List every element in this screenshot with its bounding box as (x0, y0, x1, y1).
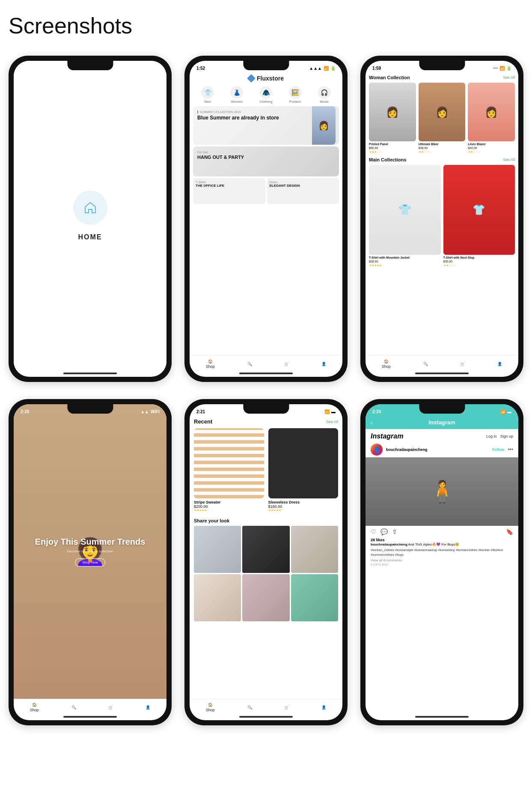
summer-sub: Discover new Latest collection (67, 549, 113, 553)
wifi-icon: 📶 (324, 66, 329, 71)
next-stop-price: $35.00 (443, 260, 515, 263)
insta-follow-btn[interactable]: Follow (492, 447, 505, 452)
nav-cart-2[interactable]: 🛒 (284, 362, 289, 366)
share-img-5[interactable] (242, 574, 289, 621)
share-img-2[interactable] (242, 526, 289, 573)
caption-username[interactable]: bouchradaupaincheng (371, 543, 407, 546)
linen-blazer-stars: ★★☆☆☆ (468, 150, 515, 154)
banner-summer[interactable]: SUMMER COLLECTION 2019 Blue Summer are a… (193, 106, 339, 145)
banner-mini-row: T-Shirts THE OFFICE LIFE Dress ELEGANT D… (193, 178, 339, 204)
stripe-sweater-img (194, 428, 264, 498)
share-img-4[interactable] (194, 574, 241, 621)
battery-icon: 🔋 (330, 66, 336, 71)
insta-tags: #korean_clothes #koreanstyle #koreanmake… (366, 548, 518, 558)
cat-music-label: Music (320, 100, 329, 104)
woman-see-all[interactable]: See All (503, 75, 515, 80)
wifi-icon-5: 📶 (324, 409, 330, 414)
signal-icon-3: ···· (493, 66, 498, 71)
cat-clothing-icon: 🧥 (259, 86, 272, 99)
shop-label-3: Shop (382, 364, 391, 369)
cat-posters[interactable]: 🖼️ Posters (289, 86, 302, 104)
nav-search-4[interactable]: 🔍 (71, 705, 76, 710)
ultimate-biker-name: Ultimate Biker (419, 143, 466, 146)
status-icons-3: ···· 📶 🔋 (493, 66, 511, 71)
next-stop-name: T-Shirt with Next Stop (443, 256, 515, 259)
cat-clothing[interactable]: 🧥 Clothing (259, 86, 272, 104)
printed-panel-stars: ★★★☆☆ (369, 150, 416, 154)
wifi-icon-4: WiFi (151, 409, 160, 414)
ultimate-biker-stars: ★★☆☆☆ (419, 150, 466, 154)
mountain-jacket-stars: ★★★★★ (369, 264, 441, 267)
nav-shop-2[interactable]: 🏠 Shop (206, 359, 215, 369)
cat-music[interactable]: 🎧 Music (318, 86, 331, 104)
nav-search-2[interactable]: 🔍 (247, 362, 252, 366)
cart-icon-5: 🛒 (284, 705, 289, 710)
recent-stripe-sweater[interactable]: Stripe Sweater $200.00 ★★★★★ (194, 428, 264, 512)
printed-panel-price: $60.00 (369, 146, 416, 149)
phone-summer-trends: 2:20 ▲▲ WiFi 👩‍🦱 Enjoy This Summer Trend… (9, 399, 172, 725)
bottom-nav-2: 🏠 Shop 🔍 🛒 👤 (190, 355, 342, 370)
insta-login-btn[interactable]: Log in (486, 434, 497, 438)
insta-signup-btn[interactable]: Sign up (500, 434, 513, 438)
mini-banner-tshirts[interactable]: T-Shirts THE OFFICE LIFE (193, 178, 265, 204)
product-linen-blazer[interactable]: 👩 Linen Blazer $40.00 ★★☆☆☆ (468, 83, 515, 154)
stripe-sweater-stars: ★★★★★ (194, 509, 264, 512)
product-next-stop[interactable]: 👕 T-Shirt with Next Stop $35.00 ★★☆☆☆ (443, 165, 515, 267)
home-label: HOME (78, 233, 102, 241)
nav-shop-4[interactable]: 🏠 Shop (30, 703, 39, 712)
banner-hangout[interactable]: For Gen HANG OUT & PARTY (193, 146, 339, 176)
share-img-6[interactable] (291, 574, 338, 621)
insta-username[interactable]: bouchradaupaincheng (386, 447, 489, 452)
mini-banner-dress[interactable]: Dress ELEGANT DESIGN (267, 178, 339, 204)
insta-title: Instagram (371, 432, 403, 440)
product-mountain-jacket[interactable]: 👕 T-Shirt with Mountain Jacket $28.00 ★★… (369, 165, 441, 267)
flux-categories: 👕 Men 👗 Women 🧥 Clothing 🖼️ Posters 🎧 (190, 83, 342, 106)
comment-icon[interactable]: 💬 (380, 528, 388, 535)
summer-title: Enjoy This Summer Trends (35, 537, 146, 547)
share-img-1[interactable] (194, 526, 241, 573)
heart-icon[interactable]: ♡ (371, 528, 376, 535)
caption-text: And ThiS styles🔥💜 For Boys😊 (408, 543, 460, 546)
cat-men[interactable]: 👕 Men (201, 86, 214, 104)
recent-sleeveless-dress[interactable]: Sleeveless Dress $160.00 ★★★★★ (268, 428, 339, 512)
nav-shop-5[interactable]: 🏠 Shop (206, 703, 215, 712)
nav-shop-3[interactable]: 🏠 Shop (382, 359, 391, 369)
share-icon[interactable]: ⇧ (392, 528, 397, 535)
home-bar-4 (63, 716, 117, 718)
recent-see-all[interactable]: See All (326, 420, 338, 424)
shop-icon-5: 🏠 (208, 703, 213, 707)
insta-view-comments[interactable]: View all 8 comments (366, 558, 518, 563)
insta-dots[interactable]: ••• (508, 447, 513, 453)
signal-icon: ▲▲▲ (309, 66, 322, 71)
summer-shop-btn[interactable]: Shop Now (75, 558, 105, 566)
back-icon[interactable]: ‹ (371, 419, 373, 426)
wifi-icon-6: 📶 (500, 409, 505, 414)
phone-fluxstore: 1:52 ▲▲▲ 📶 🔋 Fluxstore 👕 Men 👗 Women (184, 56, 348, 382)
woman-section-header: Woman Collection See All (369, 75, 515, 80)
main-see-all[interactable]: See All (503, 158, 515, 162)
nav-profile-4[interactable]: 👤 (146, 705, 150, 710)
ultimate-biker-img: 👩 (419, 83, 466, 141)
banner-model: 👩 (312, 106, 336, 145)
shop-label-5: Shop (206, 708, 215, 712)
nav-search-5[interactable]: 🔍 (247, 705, 252, 710)
insta-caption: bouchradaupaincheng And ThiS styles🔥💜 Fo… (366, 542, 518, 548)
nav-cart-3[interactable]: 🛒 (460, 362, 465, 366)
nav-cart-4[interactable]: 🛒 (108, 705, 113, 710)
share-img-3[interactable] (291, 526, 338, 573)
home-bar-6 (415, 716, 469, 718)
product-ultimate-biker[interactable]: 👩 Ultimate Biker $48.00 ★★☆☆☆ (419, 83, 466, 154)
linen-blazer-price: $40.00 (468, 146, 515, 149)
nav-profile-3[interactable]: 👤 (497, 362, 502, 366)
cat-women[interactable]: 👗 Women (230, 86, 243, 104)
product-printed-panel[interactable]: 👩 Printed Panel $60.00 ★★★☆☆ (369, 83, 416, 154)
insta-timestamp: 6 DAYS AGO (366, 563, 518, 566)
woman-section-title: Woman Collection (369, 75, 410, 80)
mountain-jacket-price: $28.00 (369, 260, 441, 263)
nav-search-3[interactable]: 🔍 (423, 362, 428, 366)
nav-profile-5[interactable]: 👤 (321, 705, 326, 710)
bookmark-icon[interactable]: 🔖 (506, 528, 513, 535)
search-icon-2: 🔍 (247, 362, 252, 366)
nav-cart-5[interactable]: 🛒 (284, 705, 289, 710)
nav-profile-2[interactable]: 👤 (321, 362, 326, 366)
